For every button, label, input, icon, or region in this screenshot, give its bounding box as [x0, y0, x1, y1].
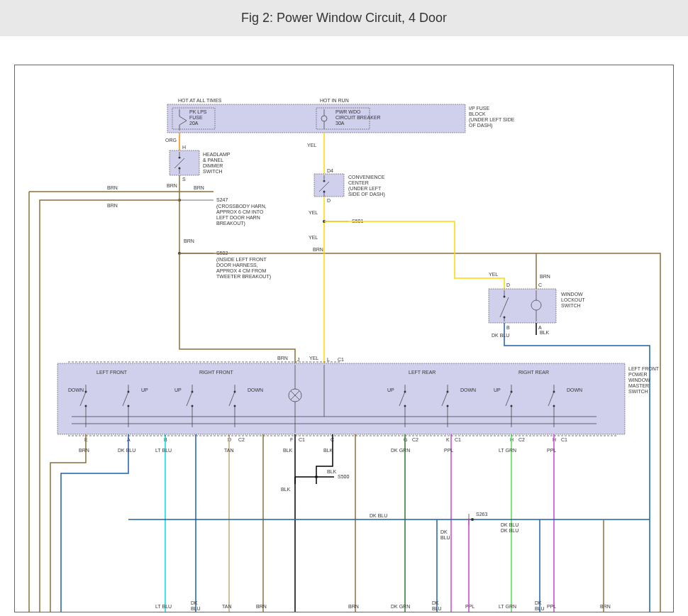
- pin-j: J: [297, 357, 300, 362]
- svg-point-27: [447, 391, 449, 393]
- lockout-1: WINDOW: [561, 292, 583, 297]
- master-1: LEFT FRONT: [628, 366, 660, 371]
- svg-point-25: [404, 391, 406, 393]
- pwr-wdo-1: PWR WDO: [335, 109, 361, 114]
- pk-lps-1: PK LPS: [189, 109, 207, 114]
- pin-s: S: [182, 177, 186, 182]
- svg-point-16: [128, 405, 130, 407]
- wire-brn-e: [50, 434, 86, 612]
- svg-text:UP: UP: [174, 387, 182, 392]
- brn-down: BRN: [184, 238, 194, 243]
- dkblu-a: DK BLU: [118, 448, 135, 453]
- diagram-svg: HOT AT ALL TIMES HOT IN RUN I/P FUSE BLO…: [15, 65, 673, 612]
- headlamp-1: HEADLAMP: [203, 152, 231, 157]
- fuse-block-label-3: (UNDER LEFT SIDE: [469, 117, 515, 123]
- svg-point-19: [192, 391, 194, 393]
- brn-lower-left: BRN: [107, 203, 118, 208]
- s247-desc-4: BREAKOUT): [216, 221, 245, 226]
- rf-label: RIGHT FRONT: [199, 370, 233, 375]
- brn-horiz: BRN: [313, 247, 323, 252]
- svg-point-3: [323, 180, 326, 182]
- ppl-bottom: PPL: [465, 604, 475, 609]
- org-label: ORG: [165, 138, 177, 143]
- dkblu-bus: DK BLU: [370, 513, 387, 518]
- pin-d4: D4: [327, 168, 333, 173]
- svg-point-33: [553, 391, 555, 393]
- pk-lps-3: 20A: [189, 121, 199, 126]
- conv-3: (UNDER LEFT: [348, 186, 382, 192]
- hot-always-label: HOT AT ALL TIMES: [178, 98, 222, 103]
- tan-bottom: TAN: [222, 604, 231, 609]
- dkblu-740-b2: BLU: [535, 606, 545, 611]
- svg-point-4: [323, 191, 326, 193]
- dkblu-595-b2: BLU: [432, 606, 442, 611]
- convenience-center: [314, 174, 344, 197]
- svg-text:DOWN: DOWN: [68, 387, 84, 392]
- dkblu-right-2: DK BLU: [501, 528, 518, 533]
- svg-point-34: [553, 405, 555, 407]
- c2-h: C2: [518, 437, 525, 442]
- yel-label-1: YEL: [307, 143, 316, 148]
- brn-s: BRN: [167, 183, 177, 188]
- headlamp-2: & PANEL: [203, 158, 223, 163]
- dkblu-595-lbl2: BLU: [440, 535, 450, 540]
- brn-right-stub: BRN: [194, 185, 204, 190]
- c1-f: C1: [299, 437, 305, 442]
- conv-4: SIDE OF DASH): [348, 192, 385, 197]
- c1-k: C1: [455, 437, 461, 442]
- blk-c: BLK: [323, 448, 333, 453]
- yel-3: YEL: [309, 235, 318, 240]
- yel-lockout: YEL: [489, 272, 498, 277]
- pin-k: K: [446, 437, 450, 442]
- dkblu-lockout: DK BLU: [492, 333, 509, 338]
- pin-d: D: [327, 198, 331, 203]
- lockout-switch: [489, 289, 556, 323]
- dkblu-right-1: DK BLU: [501, 522, 518, 527]
- svg-point-8: [504, 296, 506, 298]
- s247-desc-1: (CROSSBODY HARN,: [216, 204, 267, 209]
- yel-2: YEL: [309, 210, 318, 215]
- blk-f: BLK: [283, 448, 293, 453]
- pwr-wdo-3: 30A: [335, 121, 345, 126]
- svg-point-32: [511, 405, 513, 407]
- svg-point-22: [234, 405, 236, 407]
- c2-g: C2: [412, 437, 418, 442]
- s502-d4: TWEETER BREAKOUT): [216, 274, 271, 280]
- lockout-pin-d: D: [506, 282, 510, 287]
- s263-label: S263: [476, 512, 487, 517]
- ppl-k: PPL: [444, 448, 453, 453]
- master-4: MASTER: [628, 383, 649, 388]
- pin-l: L: [327, 357, 330, 362]
- svg-text:UP: UP: [387, 387, 394, 392]
- rr-label: RIGHT REAR: [518, 370, 549, 375]
- splice-s263: [471, 518, 474, 521]
- conv-1: CONVENIENCE: [348, 175, 385, 180]
- brn-480-bottom: BRN: [348, 604, 359, 609]
- s502-d1: (INSIDE LEFT FRONT: [216, 257, 267, 263]
- yel-l: YEL: [309, 356, 318, 361]
- tan-d: TAN: [224, 448, 233, 453]
- brn-lockout: BRN: [540, 274, 550, 279]
- svg-point-28: [447, 405, 449, 407]
- headlamp-switch: [170, 150, 199, 175]
- svg-text:DOWN: DOWN: [460, 387, 476, 392]
- c1-h: C1: [561, 437, 567, 442]
- figure-title: Fig 2: Power Window Circuit, 4 Door: [0, 0, 688, 36]
- svg-point-15: [128, 391, 130, 393]
- conv-2: CENTER: [348, 180, 369, 185]
- fuse-block-label-2: BLOCK: [469, 111, 486, 116]
- ltblu-bottom: LT BLU: [155, 604, 172, 609]
- blk-lockout: BLK: [540, 330, 550, 335]
- svg-text:DOWN: DOWN: [567, 387, 582, 392]
- pwr-wdo-2: CIRCUIT BREAKER: [335, 115, 381, 120]
- dkblu-740-b: DK: [535, 600, 542, 605]
- c2-1: C2: [238, 437, 245, 442]
- s247-desc-3: LEFT DOOR HARN: [216, 215, 260, 220]
- brn-far-right-bottom: BRN: [600, 604, 611, 609]
- svg-point-1: [179, 157, 181, 159]
- pin-f: F: [290, 437, 293, 442]
- s502-d2: DOOR HARNESS,: [216, 263, 258, 268]
- hot-run-label: HOT IN RUN: [320, 98, 349, 103]
- lockout-2: LOCKOUT: [561, 297, 586, 302]
- fuse-block-label-1: I/P FUSE: [469, 106, 489, 111]
